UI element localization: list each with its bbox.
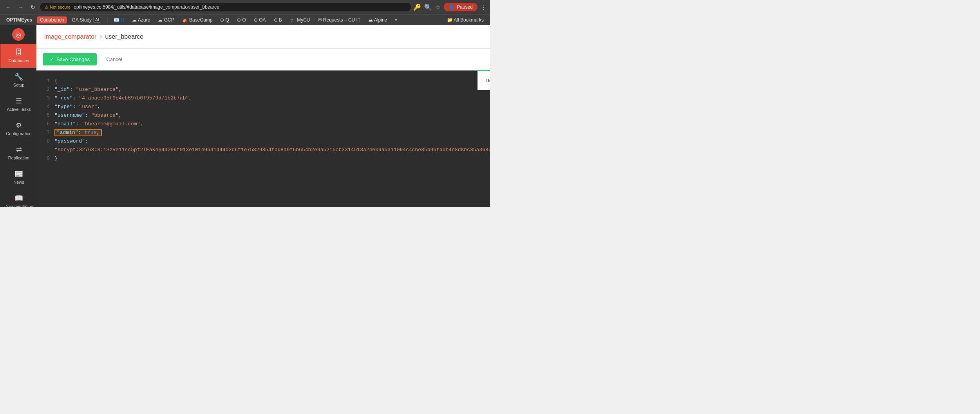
main-content: image_comparator › user_bbearce { } { } …: [36, 25, 490, 207]
content-header: image_comparator › user_bbearce { } { } …: [36, 25, 490, 49]
forward-button[interactable]: →: [16, 2, 26, 12]
bookmark-github-o[interactable]: ⊙ O: [234, 16, 249, 24]
code-line-7: 7 "admin": true,: [43, 128, 490, 137]
configuration-icon: ⚙: [16, 121, 22, 130]
menu-icon[interactable]: ⋮: [481, 4, 487, 11]
sidebar-item-active-tasks[interactable]: ☰ Active Tasks: [0, 92, 36, 116]
code-line-9: 9 }: [43, 154, 490, 163]
sidebar-label-documentation: Documentation: [4, 204, 33, 207]
code-line-2: 2 "_id": "user_bbearce",: [43, 85, 490, 94]
bookmark-o-outlook[interactable]: 📧 O: [110, 16, 128, 24]
sidebar-label-databases: Databases: [9, 58, 29, 63]
logo-icon: ◎: [12, 28, 25, 41]
sidebar-label-news: News: [13, 180, 24, 184]
sidebar-item-databases[interactable]: 🗄 Databases: [0, 44, 36, 68]
browser-actions: 🔑 🔍 ☆ 👤 Paused ⋮: [413, 3, 487, 11]
zoom-icon: 🔍: [424, 4, 432, 11]
breadcrumb: image_comparator › user_bbearce: [44, 33, 143, 41]
sidebar-label-replication: Replication: [8, 155, 29, 160]
sidebar-item-news[interactable]: 📰 News: [0, 165, 36, 189]
code-line-3: 3 "_rev": "4-abacc35f9b4cb697b0f9579d71b…: [43, 94, 490, 103]
sidebar-item-replication[interactable]: ⇌ Replication: [0, 141, 36, 165]
save-changes-button[interactable]: ✓ Save Changes: [43, 53, 97, 65]
sidebar-logo[interactable]: ◎: [0, 25, 36, 44]
bookmark-github-b[interactable]: ⊙ B: [271, 16, 285, 24]
bookmark-ga-study[interactable]: GA Study AI: [69, 16, 104, 24]
code-line-8: 8 "password": "scrypt:32768:8:1$zVe11sc5…: [43, 137, 490, 154]
bookmark-github-q[interactable]: ⊙ Q: [217, 16, 232, 24]
sidebar-item-setup[interactable]: 🔧 Setup: [0, 68, 36, 92]
bookmarks-bar: OPTIMEyes Codabench GA Study AI | 📧 O ☁ …: [0, 14, 490, 25]
key-icon: 🔑: [413, 4, 421, 11]
bookmark-alpine[interactable]: ⛰ Alpine: [365, 16, 390, 24]
reload-button[interactable]: ↻: [28, 2, 38, 12]
security-warning: ⚠ Not secure: [45, 5, 71, 10]
active-tasks-icon: ☰: [16, 97, 22, 105]
code-line-4: 4 "type": "user",: [43, 103, 490, 111]
bookmark-azure[interactable]: ☁ Azure: [129, 16, 153, 24]
ai-badge: AI: [93, 17, 101, 23]
code-line-1: 1 {: [43, 77, 490, 85]
setup-icon: 🔧: [14, 72, 23, 81]
toolbar: ✓ Save Changes Cancel ⊕ Upload Document …: [36, 49, 490, 71]
bookmark-gcp[interactable]: ☁ GCP: [155, 16, 177, 24]
databases-icon: 🗄: [15, 49, 22, 57]
code-line-6: 6 "email": "bbearce@gmail.com",: [43, 120, 490, 128]
bookmark-basecamp[interactable]: ⛺ BaseCamp: [179, 16, 216, 24]
bookmark-requests-cu[interactable]: ✉ Requests – CU IT: [315, 16, 364, 24]
breadcrumb-separator: ›: [99, 33, 102, 41]
url-display: optimeyes.co:5984/_utils/#database/image…: [74, 4, 219, 10]
sidebar-label-active-tasks: Active Tasks: [7, 107, 31, 112]
address-bar[interactable]: ⚠ Not secure optimeyes.co:5984/_utils/#d…: [40, 3, 411, 11]
app-container: ◎ 🗄 Databases 🔧 Setup ☰ Active Tasks ⚙ C…: [0, 25, 490, 207]
sidebar: ◎ 🗄 Databases 🔧 Setup ☰ Active Tasks ⚙ C…: [0, 25, 36, 207]
code-line-5: 5 "username": "bbearce",: [43, 111, 490, 120]
star-icon[interactable]: ☆: [435, 4, 441, 11]
news-icon: 📰: [14, 170, 23, 178]
sidebar-label-configuration: Configuration: [6, 131, 31, 136]
bookmark-optimeyes[interactable]: OPTIMEyes: [3, 16, 35, 24]
paused-button[interactable]: 👤 Paused: [444, 3, 477, 11]
breadcrumb-current: user_bbearce: [105, 33, 143, 40]
back-button[interactable]: ←: [3, 2, 13, 12]
bookmark-more[interactable]: »: [392, 16, 401, 24]
bookmark-github-oa[interactable]: ⊙ OA: [251, 16, 269, 24]
sidebar-item-documentation[interactable]: 📖 Documentation: [0, 189, 36, 207]
sidebar-item-configuration[interactable]: ⚙ Configuration: [0, 116, 36, 141]
cancel-button[interactable]: Cancel: [101, 53, 127, 65]
breadcrumb-parent[interactable]: image_comparator: [44, 33, 96, 40]
editor-area[interactable]: 1 { 2 "_id": "user_bbearce", 3 "_rev": "…: [36, 71, 490, 207]
highlighted-admin-line: "admin": true,: [54, 129, 102, 136]
browser-chrome: ← → ↻ ⚠ Not secure optimeyes.co:5984/_ut…: [0, 0, 490, 14]
bookmark-mycu[interactable]: 🎓 MyCU: [287, 16, 313, 24]
sidebar-label-setup: Setup: [13, 83, 25, 87]
documentation-icon: 📖: [14, 194, 23, 202]
success-toast: Document saved successfully.: [477, 70, 490, 90]
bookmark-all[interactable]: 📁 All Bookmarks: [444, 16, 487, 24]
profile-avatar: 👤: [448, 4, 454, 10]
checkmark-icon: ✓: [50, 56, 54, 62]
bookmark-codabench[interactable]: Codabench: [37, 16, 67, 24]
replication-icon: ⇌: [16, 145, 22, 154]
